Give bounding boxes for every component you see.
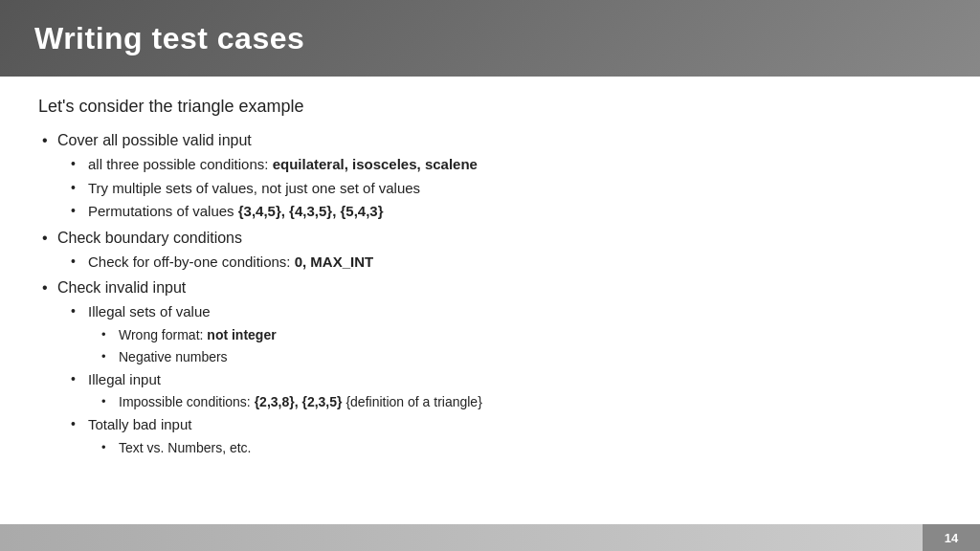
page-number-box: 14 (923, 524, 980, 551)
invalid-sub-list: Illegal sets of value Wrong format: not … (67, 301, 942, 458)
illegal-input-label: Illegal input (88, 371, 161, 387)
slide-header: Writing test cases (0, 0, 980, 77)
boundary-label: Check boundary conditions (57, 230, 242, 246)
off-by-one-bold: 0, MAX_INT (295, 253, 374, 270)
main-list: Cover all possible valid input all three… (38, 129, 942, 458)
list-item-multiple-sets: Try multiple sets of values, not just on… (67, 178, 942, 200)
list-item-impossible: Impossible conditions: {2,3,8}, {2,3,5} … (98, 392, 942, 412)
invalid-label: Check invalid input (57, 279, 186, 296)
illegal-input-sub: Impossible conditions: {2,3,8}, {2,3,5} … (98, 392, 942, 412)
totally-bad-sub: Text vs. Numbers, etc. (98, 438, 942, 458)
multiple-sets-label: Try multiple sets of values, not just on… (88, 180, 420, 196)
footer-bar-left (0, 524, 923, 551)
impossible-bold: {2,3,8}, {2,3,5} (255, 394, 343, 409)
totally-bad-label: Totally bad input (88, 416, 191, 432)
list-item-negative: Negative numbers (98, 347, 942, 367)
cover-label: Cover all possible valid input (57, 132, 252, 148)
slide-title: Writing test cases (34, 21, 304, 56)
list-item-wrong-format: Wrong format: not integer (98, 325, 942, 345)
wrong-format-bold: not integer (207, 327, 276, 342)
list-item-permutations: Permutations of values {3,4,5}, {4,3,5},… (67, 201, 942, 223)
cover-sub-list: all three possible conditions: equilater… (67, 154, 942, 223)
list-item-boundary: Check boundary conditions Check for off-… (38, 227, 942, 274)
boundary-sub-list: Check for off-by-one conditions: 0, MAX_… (67, 252, 942, 274)
negative-label: Negative numbers (119, 349, 228, 364)
list-item-illegal-sets: Illegal sets of value Wrong format: not … (67, 301, 942, 367)
illegal-sets-label: Illegal sets of value (88, 303, 211, 320)
list-item-invalid: Check invalid input Illegal sets of valu… (38, 276, 942, 458)
intro-text: Let's consider the triangle example (38, 94, 942, 120)
page-number: 14 (945, 531, 958, 545)
text-vs-numbers-label: Text vs. Numbers, etc. (119, 440, 251, 455)
illegal-sets-sub: Wrong format: not integer Negative numbe… (98, 325, 942, 367)
list-item-conditions: all three possible conditions: equilater… (67, 154, 942, 176)
list-item-illegal-input: Illegal input Impossible conditions: {2,… (67, 369, 942, 413)
slide-footer: 14 (0, 524, 980, 551)
list-item-cover: Cover all possible valid input all three… (38, 129, 942, 223)
conditions-bold: equilateral, isosceles, scalene (273, 156, 478, 172)
list-item-off-by-one: Check for off-by-one conditions: 0, MAX_… (67, 252, 942, 274)
slide-content: Let's consider the triangle example Cove… (0, 77, 980, 472)
list-item-text-vs-numbers: Text vs. Numbers, etc. (98, 438, 942, 458)
list-item-totally-bad: Totally bad input Text vs. Numbers, etc. (67, 414, 942, 458)
permutations-bold: {3,4,5}, {4,3,5}, {5,4,3} (238, 203, 384, 219)
